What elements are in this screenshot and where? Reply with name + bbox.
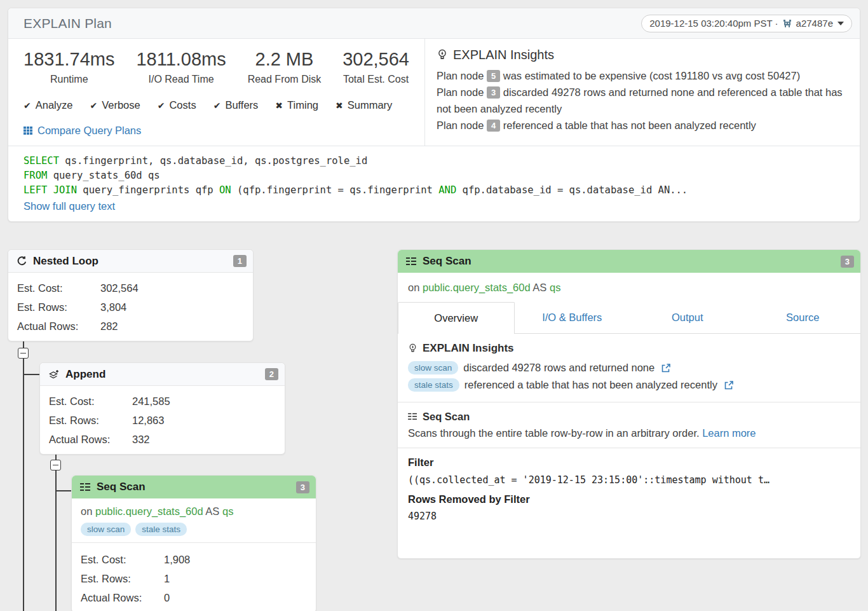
sql-line: SELECT qs.fingerprint, qs.database_id, q… [24, 154, 844, 168]
node-stat-row: Est. Rows:1 [81, 569, 307, 588]
detail-tabs: Overview I/O & Buffers Output Source [398, 302, 860, 334]
plan-node-seq-scan[interactable]: Seq Scan 3 on public.query_stats_60d AS … [71, 475, 316, 611]
stat-io-read-time: 1811.08ms I/O Read Time [136, 49, 226, 85]
filter-section: Filter ((qs.collected_at = '2019-12-15 2… [398, 448, 860, 530]
external-link-icon[interactable] [724, 380, 734, 390]
tree-connector-vertical [55, 447, 57, 611]
seq-scan-icon [406, 257, 417, 266]
tab-source[interactable]: Source [745, 302, 861, 333]
node-stat-row: Actual Rows:282 [17, 317, 244, 336]
option-summary: ✖Summary [336, 99, 392, 111]
node-number-badge: 3 [296, 481, 309, 493]
chevron-down-icon [837, 22, 844, 25]
option-buffers: ✔Buffers [214, 99, 259, 111]
node-stat-row: Est. Cost:302,564 [17, 278, 244, 298]
node-table-line: on public.query_stats_60d AS qs [81, 505, 307, 518]
tab-io-buffers[interactable]: I/O & Buffers [515, 302, 630, 333]
detail-insight-item: slow scan discarded 49278 rows and retur… [408, 359, 850, 376]
node-number-badge: 2 [265, 368, 278, 380]
node-number-badge: 1 [233, 255, 247, 267]
check-icon: ✔ [24, 100, 31, 111]
lightbulb-icon [408, 343, 417, 354]
node-type-heading: Seq Scan [408, 411, 850, 423]
node-header: Nested Loop 1 [8, 250, 253, 273]
node-stat-row: Est. Rows:12,863 [49, 411, 276, 430]
snapshot-timestamp: 2019-12-15 03:20:40pm PST · [649, 18, 778, 29]
node-stat-row: Est. Cost:1,908 [81, 550, 307, 569]
node-stat-row: Est. Rows:3,804 [17, 298, 244, 317]
insight-item: Plan node 4 referenced a table that has … [437, 117, 850, 134]
plan-node-append[interactable]: Append 2 Est. Cost:241,585 Est. Rows:12,… [39, 362, 285, 455]
detail-insights-section: EXPLAIN Insights slow scan discarded 492… [398, 334, 860, 402]
nested-loop-icon [17, 256, 27, 266]
slow-scan-badge: slow scan [81, 523, 131, 536]
show-full-query-link[interactable]: Show full query text [24, 200, 115, 212]
detail-insights-heading: EXPLAIN Insights [408, 342, 850, 355]
cross-icon: ✖ [336, 100, 343, 111]
explain-plan-card: EXPLAIN Plan 2019-12-15 03:20:40pm PST ·… [8, 8, 860, 222]
check-icon: ✔ [90, 100, 97, 111]
insights-heading: EXPLAIN Insights [437, 48, 850, 62]
option-verbose: ✔Verbose [90, 99, 140, 111]
node-header: Seq Scan 3 [72, 476, 316, 498]
tab-overview[interactable]: Overview [398, 302, 515, 334]
node-ref-badge[interactable]: 3 [487, 86, 500, 99]
tab-output[interactable]: Output [630, 302, 745, 333]
stat-runtime: 1831.74ms Runtime [24, 49, 115, 85]
check-icon: ✔ [214, 100, 221, 111]
learn-more-link[interactable]: Learn more [702, 427, 756, 439]
tree-connector-horizontal [55, 490, 71, 491]
node-stat-row: Actual Rows:332 [49, 430, 276, 449]
fingerprint-icon [783, 19, 792, 28]
page-title: EXPLAIN Plan [24, 16, 112, 31]
cross-icon: ✖ [275, 100, 283, 111]
detail-header: Seq Scan 3 [398, 250, 860, 273]
rows-removed-value: 49278 [408, 511, 850, 522]
filter-expression: ((qs.collected_at = '2019-12-15 23:15:00… [408, 474, 850, 486]
table-link[interactable]: public.query_stats_60d [95, 505, 203, 517]
seq-scan-icon [80, 483, 91, 492]
tree-connector-horizontal [23, 374, 39, 375]
node-detail-panel: Seq Scan 3 on public.query_stats_60d AS … [397, 249, 861, 559]
option-timing: ✖Timing [275, 99, 318, 111]
explain-options-row: ✔Analyze ✔Verbose ✔Costs ✔Buffers ✖Timin… [24, 99, 409, 111]
explain-insights-panel: EXPLAIN Insights Plan node 5 was estimat… [424, 39, 860, 146]
sql-line: LEFT JOIN query_fingerprints qfp ON (qfp… [24, 183, 844, 198]
append-icon [48, 369, 60, 380]
node-stat-row: Actual Rows:0 [81, 588, 307, 607]
tree-connector-vertical [23, 334, 24, 611]
node-header: Append 2 [40, 363, 285, 386]
snapshot-selector[interactable]: 2019-12-15 03:20:40pm PST · a27487e [641, 15, 852, 32]
option-costs: ✔Costs [158, 99, 196, 111]
plan-node-nested-loop[interactable]: Nested Loop 1 Est. Cost:302,564 Est. Row… [8, 249, 254, 341]
alias-link[interactable]: qs [222, 505, 233, 517]
collapse-node-button[interactable] [18, 348, 29, 359]
node-number-badge: 3 [841, 256, 854, 268]
explain-plan-title-bar: EXPLAIN Plan 2019-12-15 03:20:40pm PST ·… [8, 8, 860, 39]
stale-stats-badge: stale stats [135, 523, 187, 536]
seq-scan-icon [408, 413, 417, 421]
alias-link[interactable]: qs [550, 282, 560, 293]
slow-scan-badge: slow scan [408, 361, 458, 374]
fingerprint-hash: a27487e [796, 18, 833, 29]
insight-item: Plan node 5 was estimated to be expensiv… [437, 67, 850, 84]
external-link-icon[interactable] [661, 363, 671, 373]
node-ref-badge[interactable]: 4 [487, 120, 500, 132]
table-link[interactable]: public.query_stats_60d [423, 282, 531, 293]
node-type-description: Scans through the entire table row-by-ro… [408, 427, 850, 439]
compare-query-plans-link[interactable]: Compare Query Plans [24, 125, 409, 137]
lightbulb-icon [437, 49, 448, 62]
insight-item: Plan node 3 discarded 49278 rows and ret… [437, 84, 850, 117]
node-stat-row: Est. Cost:241,585 [49, 392, 276, 411]
filter-heading: Filter [408, 457, 850, 469]
detail-table-line: on public.query_stats_60d AS qs [398, 273, 860, 302]
rows-removed-heading: Rows Removed by Filter [408, 493, 850, 505]
node-ref-badge[interactable]: 5 [487, 70, 500, 82]
summary-stats-panel: 1831.74ms Runtime 1811.08ms I/O Read Tim… [8, 39, 424, 146]
sql-line: FROM query_stats_60d qs [24, 168, 844, 183]
stats-row: 1831.74ms Runtime 1811.08ms I/O Read Tim… [24, 49, 409, 85]
stat-read-from-disk: 2.2 MB Read From Disk [248, 49, 322, 85]
check-icon: ✔ [158, 100, 165, 111]
stat-total-est-cost: 302,564 Total Est. Cost [342, 49, 409, 85]
collapse-node-button[interactable] [50, 460, 61, 470]
